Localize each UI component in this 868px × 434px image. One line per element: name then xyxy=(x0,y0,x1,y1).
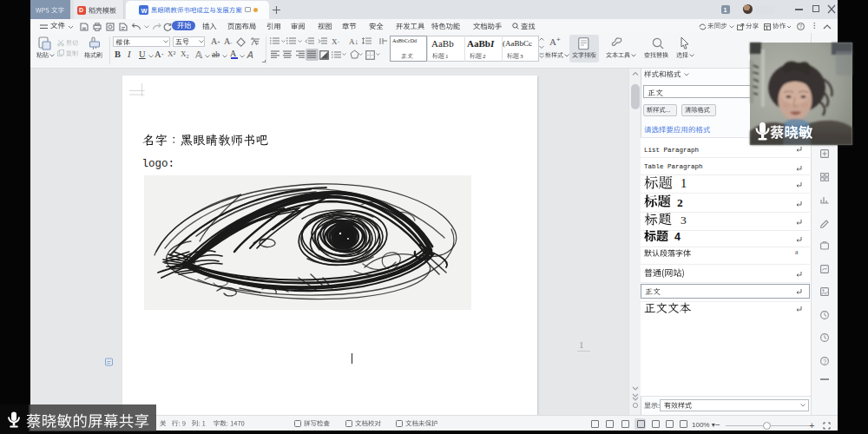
svg-text:?: ? xyxy=(799,23,803,30)
svg-text:?: ? xyxy=(823,358,826,364)
